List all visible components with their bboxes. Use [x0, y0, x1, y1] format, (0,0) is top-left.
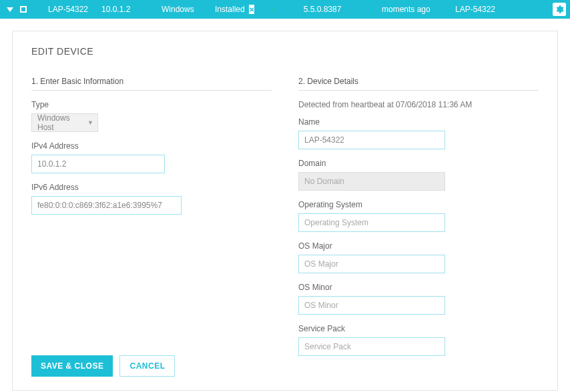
os-minor-input[interactable] — [298, 296, 445, 315]
ip-cell: 10.0.1.2 — [92, 5, 152, 14]
type-label: Type — [31, 100, 272, 109]
type-value: Windows Host — [37, 113, 87, 132]
section1-head: 1. Enter Basic Information — [31, 77, 272, 91]
gear-icon[interactable] — [553, 3, 566, 16]
expand-icon[interactable] — [7, 7, 13, 12]
type-select[interactable]: Windows Host ▼ — [31, 113, 98, 132]
section2-head: 2. Device Details — [298, 77, 539, 91]
status-cell: Installed ✕ ↑ — [206, 4, 272, 15]
actions: SAVE & CLOSE CANCEL — [31, 355, 175, 377]
cancel-button[interactable]: CANCEL — [119, 355, 175, 377]
domain-input: No Domain — [298, 172, 445, 191]
ipv6-input[interactable] — [31, 196, 182, 215]
version-cell: 5.5.0.8387 — [272, 5, 372, 14]
name-label: Name — [298, 117, 539, 127]
checkbox[interactable] — [20, 6, 27, 13]
sp-label: Service Pack — [298, 324, 539, 333]
os-cell: Windows — [152, 5, 206, 14]
ipv4-input[interactable] — [31, 155, 165, 173]
status-text: Installed — [215, 5, 245, 14]
chevron-down-icon: ▼ — [87, 119, 93, 126]
col-basic-info: 1. Enter Basic Information Type Windows … — [31, 77, 272, 365]
device-row: LAP-54322 10.0.1.2 Windows Installed ✕ ↑… — [0, 0, 570, 19]
detected-text: Detected from heartbeat at 07/06/2018 11… — [298, 100, 539, 109]
hostname2-cell: LAP-54322 — [446, 5, 506, 14]
status-x-icon[interactable]: ✕ — [249, 5, 254, 14]
os-minor-label: OS Minor — [298, 283, 539, 292]
domain-label: Domain — [298, 159, 539, 168]
panel-title: EDIT DEVICE — [31, 46, 539, 57]
sp-input[interactable] — [298, 337, 445, 356]
os-major-input[interactable] — [298, 255, 445, 273]
col-device-details: 2. Device Details Detected from heartbea… — [298, 77, 539, 365]
os-major-label: OS Major — [298, 241, 539, 251]
hostname-cell[interactable]: LAP-54322 — [39, 5, 92, 14]
save-close-button[interactable]: SAVE & CLOSE — [31, 355, 113, 377]
lastseen-cell: moments ago — [372, 5, 446, 14]
os-label: Operating System — [298, 200, 539, 209]
ipv6-label: IPv6 Address — [31, 183, 272, 192]
os-input[interactable] — [298, 213, 445, 232]
ipv4-label: IPv4 Address — [31, 141, 272, 151]
name-input[interactable] — [298, 131, 445, 149]
edit-device-panel: EDIT DEVICE 1. Enter Basic Information T… — [12, 31, 558, 391]
